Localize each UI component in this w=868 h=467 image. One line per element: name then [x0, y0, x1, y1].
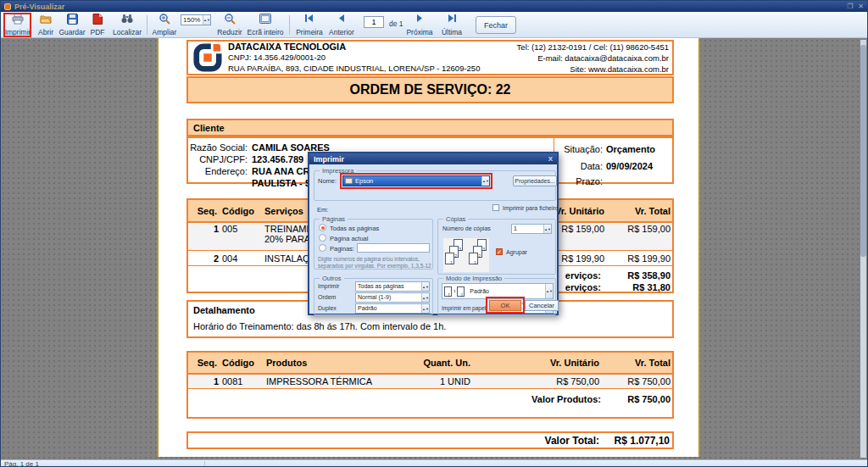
company-tel: Tel: (12) 2132-0191 / Cel: (11) 98620-54… [517, 42, 669, 53]
next-page-button[interactable]: Próxima [404, 14, 435, 36]
cell-seq: 1 [188, 223, 220, 235]
print-button[interactable]: Imprimir [5, 14, 31, 36]
all-pages-radio[interactable] [319, 224, 326, 231]
company-contacts: Tel: (12) 2132-0191 / Cel: (11) 98620-54… [517, 42, 672, 75]
save-button[interactable]: Guardar [57, 14, 87, 36]
mode-arrow: › [453, 288, 455, 294]
first-page-button[interactable]: Primeira [294, 14, 325, 36]
company-logo [192, 43, 223, 72]
ok-button[interactable]: OK [489, 300, 521, 311]
print-mode-group-label: Modo de Impressão [443, 275, 504, 282]
all-pages-label: Todas as páginas [330, 225, 379, 232]
app-icon [4, 3, 11, 10]
products-header-unitario: Vr. Unitário [472, 358, 601, 368]
print-dialog: Imprimir X Impressora Nome: Epson ▲▼ Pro… [308, 152, 559, 315]
folder-open-icon [40, 14, 52, 24]
zoom-in-button[interactable]: Ampliar [152, 14, 177, 36]
order-value: Normal (1-9) [356, 293, 421, 302]
previous-page-button[interactable]: Anterior [326, 14, 357, 36]
client-endereco-row: Endereço: RUA ANA CRI [188, 165, 313, 177]
printer-selected-name: Epson [355, 177, 373, 185]
company-email: E-mail: datacaixa@datacaixa.com.br [517, 53, 669, 64]
close-preview-button[interactable]: Fechar [476, 16, 516, 34]
page-range-input[interactable] [357, 243, 430, 253]
cell-seq: 2 [188, 253, 220, 264]
zoom-out-button-label: Reduzir [217, 28, 242, 36]
last-page-label: Última [442, 28, 462, 36]
first-page-icon [304, 14, 314, 23]
select-arrows-icon[interactable]: ▲▼ [421, 293, 429, 302]
printer-select-arrows-icon[interactable]: ▲▼ [481, 176, 489, 186]
zoom-out-button[interactable]: Reduzir [216, 14, 243, 36]
toolbar-separator [147, 15, 147, 35]
order-title-band: ORDEM DE SERVIÇO: 22 [186, 76, 674, 103]
client-section-title: Cliente [193, 123, 225, 133]
select-arrows-icon[interactable]: ▲▼ [421, 282, 429, 291]
dialog-close-icon[interactable]: X [548, 155, 553, 163]
printer-select[interactable]: Epson ▲▼ [342, 175, 490, 186]
next-page-icon [415, 14, 424, 23]
duplex-select[interactable]: Padrão ▲▼ [355, 303, 430, 314]
situacao-row: Situação: Orçamento [559, 143, 655, 155]
products-header-nome: Produtos [264, 358, 400, 368]
print-mode-value: Padrão [470, 288, 489, 294]
razao-label: Razão Social: [188, 142, 248, 153]
print-to-file-checkbox[interactable] [492, 204, 499, 211]
page-number-input[interactable] [364, 16, 384, 28]
find-button[interactable]: Localizar [111, 14, 143, 36]
copies-group-label: Cópias [443, 215, 468, 223]
open-button[interactable]: Abrir [35, 14, 57, 36]
endereco-label: Endereço: [188, 165, 248, 177]
data-label: Data: [559, 160, 603, 172]
client-section-header: Cliente [186, 119, 674, 136]
select-arrows-icon[interactable]: ▲▼ [421, 304, 429, 313]
close-window-icon[interactable]: ✕ [858, 3, 864, 10]
close-preview-label: Fechar [484, 21, 508, 30]
cell-total: R$ 199,90 [606, 253, 672, 264]
data-value: 09/09/2024 [606, 160, 653, 172]
print-button-label: Imprimir [5, 28, 31, 36]
em-label: Em: [317, 206, 328, 214]
printer-small-icon [345, 178, 353, 184]
print-mode-select[interactable]: 1 › 1 Padrão ▲▼ [442, 283, 554, 299]
order-select[interactable]: Normal (1-9) ▲▼ [355, 292, 430, 303]
restore-window-icon[interactable]: ❐ [847, 3, 853, 10]
fullscreen-button[interactable]: Ecrã inteiro [247, 14, 284, 36]
print-what-select[interactable]: Todas as páginas ▲▼ [355, 281, 430, 292]
magnifier-minus-icon [225, 14, 236, 25]
cell-codigo: 005 [220, 223, 263, 235]
others-group-label: Outros [320, 275, 344, 282]
last-page-icon [447, 14, 457, 23]
current-page-radio[interactable] [319, 234, 326, 242]
pages-group: Páginas Todas as páginas Página actual P… [314, 219, 433, 270]
products-total-value: R$ 750,00 [601, 394, 672, 404]
vertical-scrollbar[interactable] [860, 40, 866, 458]
properties-button[interactable]: Propriedades... [513, 175, 557, 186]
copies-spinner-arrows-icon[interactable]: ▲▼ [543, 225, 551, 233]
zoom-level-spinner[interactable]: 150% ▲▼ [181, 14, 211, 25]
page-range-label: Paginas: [330, 245, 354, 253]
find-button-label: Localizar [113, 28, 142, 36]
select-arrows-icon[interactable]: ▲▼ [545, 284, 553, 298]
copies-count-spinner[interactable]: 1 ▲▼ [511, 224, 552, 234]
print-what-label: Imprimir [318, 283, 339, 289]
table-row: 1 0081 IMPRESSORA TÉRMICA 1 UNID R$ 750,… [188, 375, 672, 389]
others-group: Outros Imprimir Todas as páginas ▲▼ Orde… [314, 278, 433, 315]
page-range-radio[interactable] [319, 244, 326, 252]
printer-group-label: Impressora [320, 167, 357, 175]
collate-checkbox[interactable]: ✓ [496, 248, 503, 255]
cell-quant: 1 UNID [400, 375, 472, 387]
products-header-row: Seq. Código Produtos Quant. Un. Vr. Unit… [188, 353, 672, 375]
order-title: ORDEM DE SERVIÇO: 22 [350, 82, 511, 97]
products-header-seq: Seq. [188, 358, 220, 368]
data-row: Data: 09/09/2024 [559, 160, 653, 172]
zoom-spinner-arrows-icon[interactable]: ▲▼ [203, 15, 210, 25]
pdf-icon [92, 14, 103, 25]
pdf-button-label: PDF [91, 28, 105, 36]
last-page-button[interactable]: Última [438, 14, 465, 36]
company-header-box: DATACAIXA TECNOLOGIA CNPJ: 14.356.429/00… [186, 40, 674, 75]
printer-icon [12, 14, 24, 25]
scrollbar-thumb[interactable] [860, 45, 866, 257]
cancel-button[interactable]: Cancelar [525, 300, 559, 311]
pdf-button[interactable]: PDF [87, 14, 108, 36]
